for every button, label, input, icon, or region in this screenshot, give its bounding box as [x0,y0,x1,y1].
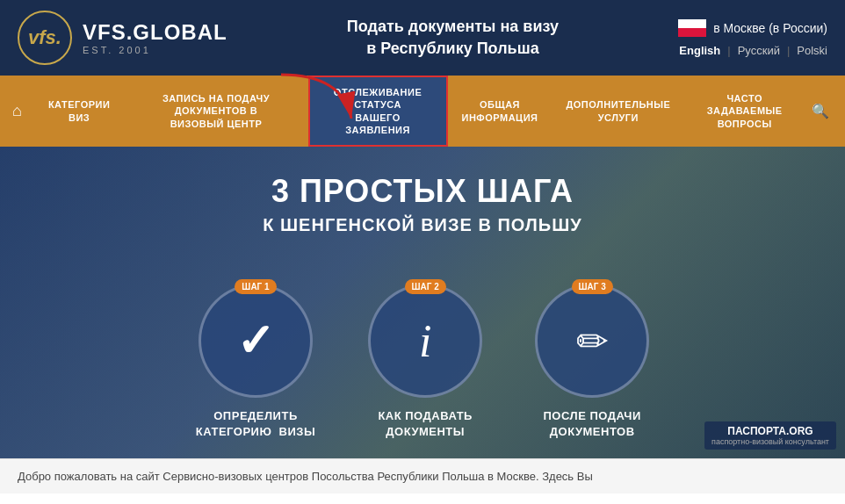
language-links: English | Русский | Polski [679,44,827,57]
step-1-label: ОПРЕДЕЛИТЬКАТЕГОРИЮ ВИЗЫ [196,408,315,440]
step-3-badge: ШАГ 3 [572,279,613,294]
step-2-circle[interactable]: i [368,284,482,398]
step-1-circle[interactable]: ✓ [199,284,313,398]
step-2-label: КАК ПОДАВАТЬДОКУМЕНТЫ [378,408,473,440]
nav-search-area: 🔍 [805,76,845,147]
footer-text: Добро пожаловать на сайт Сервисно-визовы… [18,470,593,483]
step-2-badge: ШАГ 2 [405,279,446,294]
step-3-circle[interactable]: ✏ [535,284,649,398]
search-button[interactable]: 🔍 [805,99,836,123]
step-1-badge: ШАГ 1 [235,279,276,294]
step-3-label: ПОСЛЕ ПОДАЧИДОКУМЕНТОВ [543,408,640,440]
nav-faq[interactable]: ЧАСТО ЗАДАВАЕМЫЕВОПРОСЫ [684,76,805,147]
watermark-line1: ПАСПОРТА.ORG [711,425,829,437]
step-1: ШАГ 1 ✓ ОПРЕДЕЛИТЬКАТЕГОРИЮ ВИЗЫ [196,279,315,440]
logo-est: EST. 2001 [83,45,228,55]
header-center: Подать документы на визу в Республику По… [228,16,679,60]
location-text: в Москве (в России) [713,21,827,35]
nav-tracking[interactable]: ОТСЛЕЖИВАНИЕ СТАТУСАВАШЕГОЗАЯВЛЕНИЯ [308,76,448,147]
hero-subtitle: К ШЕНГЕНСКОЙ ВИЗЕ В ПОЛЬШУ [263,215,582,235]
step-2-icon: i [419,315,431,367]
poland-flag [678,19,706,37]
footer-text-bar: Добро пожаловать на сайт Сервисно-визовы… [0,458,845,493]
flag-location: в Москве (в России) [678,19,827,37]
logo-text-area: VFS.GLOBAL EST. 2001 [83,20,228,55]
lang-english[interactable]: English [679,44,720,57]
step-3: ШАГ 3 ✏ ПОСЛЕ ПОДАЧИДОКУМЕНТОВ [535,279,649,440]
hero-section: 3 ПРОСТЫХ ШАГА К ШЕНГЕНСКОЙ ВИЗЕ В ПОЛЬШ… [0,147,845,457]
nav-home-button[interactable]: ⌂ [0,76,34,147]
header-right: в Москве (в России) English | Русский | … [678,19,827,57]
nav-categories[interactable]: КАТЕГОРИИВИЗ [34,76,124,147]
header-title: Подать документы на визу в Республику По… [228,16,679,60]
nav-additional-services[interactable]: ДОПОЛНИТЕЛЬНЫЕУСЛУГИ [552,76,684,147]
steps-container: ШАГ 1 ✓ ОПРЕДЕЛИТЬКАТЕГОРИЮ ВИЗЫ ШАГ 2 i… [196,279,649,440]
logo-initials: vfs. [28,26,61,49]
hero-title: 3 ПРОСТЫХ ШАГА [271,173,574,210]
step-3-icon: ✏ [576,319,609,364]
watermark-line2: паспортно-визовый консультант [711,437,829,446]
step-2: ШАГ 2 i КАК ПОДАВАТЬДОКУМЕНТЫ [368,279,482,440]
nav-general-info[interactable]: ОБЩАЯИНФОРМАЦИЯ [448,76,552,147]
main-nav: ⌂ КАТЕГОРИИВИЗ ЗАПИСЬ НА ПОДАЧУ ДОКУМЕНТ… [0,76,845,147]
watermark: ПАСПОРТА.ORG паспортно-визовый консульта… [704,421,836,450]
lang-russian[interactable]: Русский [738,44,780,57]
logo-area: vfs. VFS.GLOBAL EST. 2001 [18,11,228,65]
nav-appointment[interactable]: ЗАПИСЬ НА ПОДАЧУ ДОКУМЕНТОВ ВВИЗОВЫЙ ЦЕН… [124,76,307,147]
logo-name: VFS.GLOBAL [83,20,228,45]
header: vfs. VFS.GLOBAL EST. 2001 Подать докумен… [0,0,845,76]
logo-circle: vfs. [18,11,72,65]
lang-polski[interactable]: Polski [797,44,827,57]
step-1-icon: ✓ [236,314,275,367]
